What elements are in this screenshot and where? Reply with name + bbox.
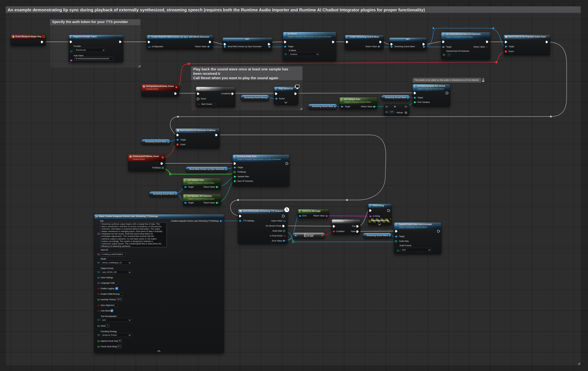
svg-text:1: 1 — [198, 88, 198, 89]
